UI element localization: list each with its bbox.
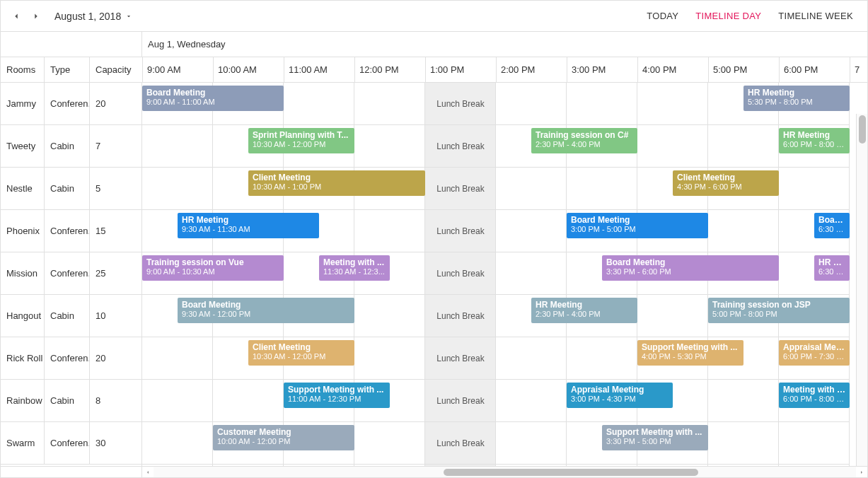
calendar-event[interactable]: Support Meeting with ...4:00 PM - 5:30 P… [637, 340, 743, 366]
calendar-event[interactable]: Client Meeting4:30 PM - 6:00 PM [673, 170, 779, 196]
column-header-row: Rooms Type Capacity 9:00 AM10:00 AM11:00… [1, 57, 867, 83]
resource-capacity: 20 [90, 337, 142, 379]
event-time: 6:30 PM - 8 [818, 225, 845, 233]
timeline[interactable]: Lunch BreakLunch BreakLunch BreakLunch B… [142, 83, 867, 466]
event-title: Board Meeting [146, 88, 279, 98]
event-title: Customer Meeting [217, 427, 350, 437]
calendar-event[interactable]: Support Meeting with ...11:00 AM - 12:30… [284, 383, 390, 408]
calendar-event[interactable]: Meeting with Clien6:00 PM - 8:00 PM [779, 383, 850, 408]
vertical-scrollbar[interactable] [856, 114, 867, 466]
event-title: Board Meeting [182, 300, 350, 310]
col-header-type: Type [45, 57, 90, 82]
resource-name: Swarm [1, 422, 45, 464]
chevron-left-icon [145, 470, 151, 475]
calendar-event[interactable]: Training session on Vue9:00 AM - 10:30 A… [142, 255, 284, 281]
event-time: 9:30 AM - 11:30 AM [182, 225, 315, 233]
prev-button[interactable] [6, 6, 26, 26]
event-time: 10:30 AM - 12:00 PM [253, 352, 350, 361]
event-time: 2:30 PM - 4:00 PM [536, 310, 633, 318]
toolbar: August 1, 2018 TODAY TIMELINE DAY TIMELI… [1, 1, 867, 32]
vertical-scrollbar-thumb[interactable] [859, 115, 866, 144]
event-time: 11:30 AM - 12:3... [323, 267, 386, 276]
resource-name: Mission [1, 252, 45, 294]
calendar-event[interactable]: Customer Meeting10:00 AM - 12:00 PM [213, 425, 354, 450]
time-header-cell: 4:00 PM [638, 57, 709, 82]
calendar-event[interactable]: HR Meeting9:30 AM - 11:30 AM [178, 213, 319, 238]
resource-type: Cabin [45, 380, 90, 421]
calendar-event[interactable]: Board Meeting3:30 PM - 6:00 PM [602, 255, 779, 281]
time-header-cell: 2:00 PM [497, 57, 567, 82]
calendar-event[interactable]: Board Meeting9:30 AM - 12:00 PM [178, 298, 354, 323]
event-title: Training session on JSP [712, 300, 845, 310]
resource-row: Rick RollConferen...20 [1, 337, 141, 380]
resource-name: Phoenix [1, 210, 45, 252]
hscroll-thumb[interactable] [444, 469, 698, 476]
calendar-event[interactable]: Sprint Planning with T...10:30 AM - 12:0… [248, 128, 354, 153]
resource-name: Jammy [1, 83, 45, 124]
resource-row: SwarmConferen...30 [1, 422, 141, 465]
resource-type: Cabin [45, 125, 90, 167]
view-timeline-day[interactable]: TIMELINE DAY [687, 1, 770, 32]
event-time: 6:00 PM - 8:00 PM [783, 140, 845, 148]
calendar-event[interactable]: HR Meeti6:30 PM - 8 [814, 255, 850, 281]
event-time: 4:00 PM - 5:30 PM [642, 352, 739, 361]
event-time: 10:30 AM - 1:00 PM [253, 182, 421, 191]
timeline-row[interactable]: Lunch Break [142, 380, 850, 422]
resource-name: Nestle [1, 168, 45, 209]
today-button[interactable]: TODAY [638, 1, 687, 32]
calendar-event[interactable]: Training session on C#2:30 PM - 4:00 PM [531, 128, 637, 153]
resource-row: RainbowCabin8 [1, 380, 141, 422]
resource-name: Tweety [1, 125, 45, 167]
next-button[interactable] [26, 6, 46, 26]
time-column-headers: 9:00 AM10:00 AM11:00 AM12:00 PM1:00 PM2:… [143, 57, 867, 82]
resource-type: Conferen... [45, 83, 90, 124]
event-title: Training session on Vue [146, 257, 279, 267]
hscroll-right-button[interactable] [856, 467, 867, 477]
event-time: 9:00 AM - 10:30 AM [146, 267, 279, 276]
event-title: Training session on C# [536, 130, 633, 140]
lunch-break-cell: Lunch Break [425, 125, 496, 168]
calendar-event[interactable]: Appraisal Meeting6:00 PM - 7:30 PM [779, 340, 850, 366]
calendar-event[interactable]: Client Meeting10:30 AM - 12:00 PM [248, 340, 354, 366]
caret-down-icon [125, 13, 132, 20]
col-header-rooms: Rooms [1, 57, 45, 82]
lunch-break-cell: Lunch Break [425, 252, 496, 295]
event-time: 10:30 AM - 12:00 PM [253, 140, 350, 148]
calendar-event[interactable]: Client Meeting10:30 AM - 1:00 PM [248, 170, 425, 196]
calendar-event[interactable]: HR Meeting5:30 PM - 8:00 PM [743, 86, 850, 111]
calendar-event[interactable]: HR Meeting6:00 PM - 8:00 PM [779, 128, 850, 153]
hscroll-track[interactable] [154, 467, 856, 477]
event-title: Board Meeting [571, 215, 704, 225]
resource-capacity: 25 [90, 252, 142, 294]
calendar-event[interactable]: Meeting with ...11:30 AM - 12:3... [319, 255, 390, 281]
horizontal-scrollbar[interactable] [1, 466, 867, 477]
calendar-event[interactable]: Board Meeting3:00 PM - 5:00 PM [567, 213, 708, 238]
calendar-event[interactable]: Support Meeting with ...3:30 PM - 5:00 P… [602, 425, 708, 450]
event-title: Meeting with ... [323, 257, 386, 267]
lunch-break-cell: Lunch Break [425, 422, 496, 465]
date-header-cell[interactable]: Aug 1, Wednesday [142, 32, 867, 57]
date-range-label: August 1, 2018 [54, 11, 121, 22]
calendar-event[interactable]: Training session on JSP5:00 PM - 8:00 PM [708, 298, 850, 323]
event-time: 6:00 PM - 8:00 PM [783, 395, 845, 403]
time-header-cell: 5:00 PM [709, 57, 780, 82]
calendar-event[interactable]: HR Meeting2:30 PM - 4:00 PM [531, 298, 637, 323]
calendar-event[interactable]: Board Me6:30 PM - 8 [814, 213, 850, 238]
resource-row: TweetyCabin7 [1, 125, 141, 168]
event-time: 3:00 PM - 5:00 PM [571, 225, 704, 233]
event-title: Support Meeting with ... [642, 342, 739, 352]
event-title: Meeting with Clien [783, 385, 845, 395]
event-title: Appraisal Meeting [571, 385, 669, 395]
date-range-button[interactable]: August 1, 2018 [54, 11, 132, 22]
time-header-cell: 12:00 PM [355, 57, 426, 82]
view-timeline-week[interactable]: TIMELINE WEEK [770, 1, 862, 32]
resource-type: Conferen... [45, 252, 90, 294]
lunch-break-cell: Lunch Break [425, 168, 496, 210]
calendar-event[interactable]: Appraisal Meeting3:00 PM - 4:30 PM [567, 383, 673, 408]
time-header-cell: 1:00 PM [426, 57, 497, 82]
calendar-event[interactable]: Board Meeting9:00 AM - 11:00 AM [142, 86, 284, 111]
resource-type: Conferen... [45, 337, 90, 379]
resource-name: Hangout [1, 295, 45, 337]
hscroll-left-button[interactable] [142, 467, 154, 477]
resource-row: HangoutCabin10 [1, 295, 141, 337]
